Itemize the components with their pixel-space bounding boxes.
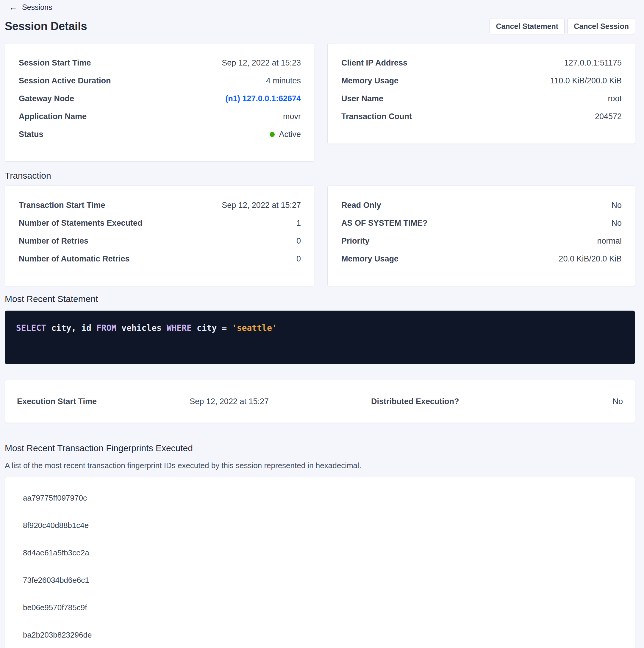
fingerprints-card: aa79775ff097970c8f920c40d88b1c4e8d4ae61a…: [5, 477, 635, 648]
detail-label: AS OF SYSTEM TIME?: [341, 218, 428, 228]
fingerprint-id: 8d4ae61a5fb3ce2a: [23, 548, 617, 558]
detail-label: Number of Statements Executed: [19, 218, 142, 228]
detail-row: Distributed Execution?No: [371, 396, 623, 407]
detail-label: Session Start Time: [19, 57, 91, 68]
detail-row: Execution Start TimeSep 12, 2022 at 15:2…: [17, 396, 269, 407]
fingerprints-description: A list of the most recent transaction fi…: [5, 461, 635, 471]
transaction-section: Transaction Start TimeSep 12, 2022 at 15…: [5, 185, 635, 286]
session-status: Active: [270, 129, 301, 140]
detail-value: 0: [296, 254, 301, 264]
cancel-statement-button[interactable]: Cancel Statement: [489, 18, 565, 34]
detail-value: No: [611, 218, 622, 228]
detail-value: Sep 12, 2022 at 15:27: [189, 396, 269, 407]
detail-value: 110.0 KiB/200.0 KiB: [550, 75, 622, 86]
status-active-dot: [270, 132, 275, 137]
detail-row: Prioritynormal: [341, 235, 622, 246]
sql-token-plain: city, id: [46, 323, 97, 333]
cancel-session-button[interactable]: Cancel Session: [568, 18, 635, 34]
status-value: Active: [279, 129, 301, 140]
transaction-card-right: Read OnlyNoAS OF SYSTEM TIME?NoPriorityn…: [327, 185, 635, 286]
session-summary-card-left: Session Start TimeSep 12, 2022 at 15:23S…: [5, 43, 314, 162]
detail-value: 4 minutes: [266, 75, 301, 86]
detail-label: Transaction Start Time: [19, 200, 105, 211]
sql-token-keyword: SELECT: [16, 323, 46, 333]
detail-row: StatusActive: [19, 129, 301, 140]
execution-start-time-cell: Execution Start TimeSep 12, 2022 at 15:2…: [17, 396, 269, 407]
detail-label: Execution Start Time: [17, 396, 97, 407]
detail-label: Client IP Address: [341, 57, 407, 68]
detail-label: Gateway Node: [19, 93, 74, 104]
fingerprint-id: be06e9570f785c9f: [23, 602, 617, 612]
detail-label: Read Only: [341, 200, 381, 211]
detail-label: Application Name: [19, 111, 86, 122]
page-title: Session Details: [5, 20, 87, 33]
fingerprint-id: aa79775ff097970c: [23, 493, 617, 503]
header-actions: Cancel Statement Cancel Session: [489, 18, 635, 34]
gateway-node-link[interactable]: (n1) 127.0.0.1:62674: [225, 93, 301, 104]
detail-label: Number of Automatic Retries: [19, 254, 130, 264]
statement-heading: Most Recent Statement: [5, 293, 635, 305]
detail-value: 127.0.0.1:51175: [564, 57, 622, 68]
fingerprint-id: 73fe26034bd6e6c1: [23, 575, 617, 585]
detail-label: Session Active Duration: [19, 75, 111, 86]
detail-row: Client IP Address127.0.0.1:51175: [341, 57, 622, 68]
statement-code-block: SELECT city, id FROM vehicles WHERE city…: [5, 311, 635, 364]
distributed-execution-cell: Distributed Execution?No: [371, 396, 623, 407]
detail-value: 0: [296, 235, 301, 246]
fingerprint-id: 8f920c40d88b1c4e: [23, 520, 617, 530]
back-arrow-icon: ←: [9, 3, 17, 12]
detail-value: Sep 12, 2022 at 15:23: [222, 57, 301, 68]
sql-token-plain: city =: [192, 323, 232, 333]
detail-row: Read OnlyNo: [341, 200, 622, 211]
detail-value: No: [612, 396, 623, 407]
sql-token-string: 'seattle': [232, 323, 277, 333]
detail-row: Session Active Duration4 minutes: [19, 75, 301, 86]
detail-value: Sep 12, 2022 at 15:27: [222, 200, 301, 211]
detail-row: Application Namemovr: [19, 111, 301, 122]
session-details-page: ← Sessions Session Details Cancel Statem…: [0, 0, 644, 648]
detail-row: Gateway Node(n1) 127.0.0.1:62674: [19, 93, 301, 104]
detail-row: Number of Retries0: [19, 235, 301, 246]
page-header: Session Details Cancel Statement Cancel …: [5, 18, 635, 34]
execution-card: Execution Start TimeSep 12, 2022 at 15:2…: [5, 380, 635, 423]
detail-row: Memory Usage20.0 KiB/20.0 KiB: [341, 254, 622, 264]
detail-row: User Nameroot: [341, 93, 622, 104]
detail-row: Memory Usage110.0 KiB/200.0 KiB: [341, 75, 622, 86]
detail-value: movr: [283, 111, 301, 122]
detail-label: User Name: [341, 93, 383, 104]
sql-token-keyword: WHERE: [167, 323, 192, 333]
detail-row: AS OF SYSTEM TIME?No: [341, 218, 622, 228]
detail-label: Memory Usage: [341, 254, 399, 264]
breadcrumb: ← Sessions: [5, 3, 635, 12]
fingerprint-id: ba2b203b823296de: [23, 630, 617, 640]
sql-token-keyword: FROM: [97, 323, 116, 333]
transaction-card-left: Transaction Start TimeSep 12, 2022 at 15…: [5, 185, 314, 286]
detail-value: normal: [597, 235, 622, 246]
transaction-heading: Transaction: [5, 170, 635, 181]
detail-label: Status: [19, 129, 44, 140]
sql-statement: SELECT city, id FROM vehicles WHERE city…: [16, 323, 277, 333]
back-link-label: Sessions: [22, 3, 52, 12]
detail-row: Number of Automatic Retries0: [19, 254, 301, 264]
detail-label: Distributed Execution?: [371, 396, 459, 407]
detail-row: Transaction Count204572: [341, 111, 622, 122]
detail-label: Number of Retries: [19, 235, 89, 246]
detail-row: Number of Statements Executed1: [19, 218, 301, 228]
session-summary-card-right: Client IP Address127.0.0.1:51175Memory U…: [327, 43, 635, 144]
detail-value: 20.0 KiB/20.0 KiB: [559, 254, 622, 264]
detail-value: No: [611, 200, 622, 211]
detail-label: Priority: [341, 235, 370, 246]
detail-label: Memory Usage: [341, 75, 399, 86]
detail-value: 204572: [595, 111, 622, 122]
session-summary-section: Session Start TimeSep 12, 2022 at 15:23S…: [5, 43, 635, 162]
detail-row: Session Start TimeSep 12, 2022 at 15:23: [19, 57, 301, 68]
detail-label: Transaction Count: [341, 111, 412, 122]
detail-row: Transaction Start TimeSep 12, 2022 at 15…: [19, 200, 301, 211]
back-to-sessions-link[interactable]: ← Sessions: [9, 3, 52, 12]
detail-value: root: [608, 93, 622, 104]
detail-value: 1: [296, 218, 301, 228]
sql-token-plain: vehicles: [116, 323, 167, 333]
fingerprints-heading: Most Recent Transaction Fingerprints Exe…: [5, 442, 635, 454]
